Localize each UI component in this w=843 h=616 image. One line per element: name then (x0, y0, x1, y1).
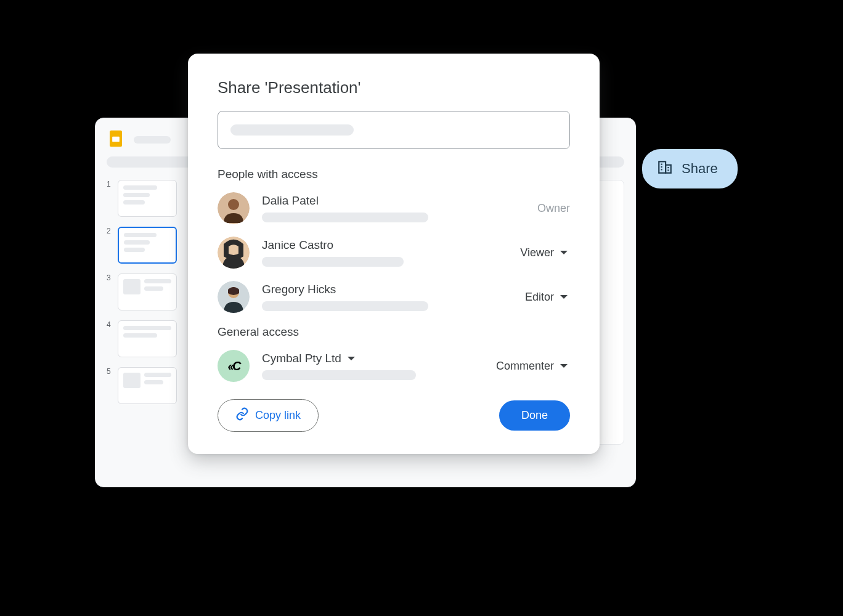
person-email-placeholder (262, 301, 428, 311)
svg-rect-1 (112, 137, 120, 142)
role-dropdown[interactable]: Viewer (518, 243, 570, 263)
org-desc-placeholder (262, 370, 416, 380)
general-access-row: ‹‹C Cymbal Pty Ltd Commenter (218, 350, 570, 382)
svg-point-3 (228, 199, 239, 210)
input-placeholder (230, 124, 354, 136)
chevron-down-icon (560, 295, 568, 299)
share-button-chip[interactable]: Share (642, 149, 738, 188)
person-email-placeholder (262, 213, 428, 222)
dialog-title: Share 'Presentation' (218, 78, 570, 97)
svg-rect-8 (659, 161, 666, 172)
person-name: Janice Castro (262, 238, 505, 252)
slide-thumbnail[interactable]: 3 (107, 274, 177, 310)
avatar (218, 281, 250, 313)
person-row: Dalia Patel Owner (218, 192, 570, 224)
link-icon (235, 407, 249, 424)
chevron-down-icon (348, 357, 355, 360)
building-icon (657, 159, 673, 179)
chevron-down-icon (560, 251, 568, 254)
person-name: Dalia Patel (262, 194, 525, 208)
person-name: Gregory Hicks (262, 283, 510, 296)
slides-logo-icon (107, 129, 125, 150)
slide-thumbnail[interactable]: 4 (107, 320, 177, 357)
slide-thumbnail[interactable]: 2 (107, 227, 177, 264)
copy-link-button[interactable]: Copy link (218, 399, 319, 432)
avatar (218, 192, 250, 224)
share-dialog: Share 'Presentation' People with access … (188, 54, 600, 454)
slide-thumbnails: 1 2 3 4 5 (107, 180, 177, 445)
chevron-down-icon (560, 364, 568, 368)
slide-thumbnail[interactable]: 5 (107, 367, 177, 404)
person-row: Gregory Hicks Editor (218, 281, 570, 313)
svg-rect-9 (666, 165, 671, 173)
add-people-input[interactable] (218, 111, 570, 149)
org-scope-dropdown[interactable]: Cymbal Pty Ltd (262, 352, 481, 365)
general-access-heading: General access (218, 325, 570, 339)
role-dropdown[interactable]: Editor (523, 287, 570, 307)
doc-title-placeholder (134, 136, 171, 144)
org-avatar: ‹‹C (218, 350, 250, 382)
people-with-access-heading: People with access (218, 168, 570, 181)
person-email-placeholder (262, 257, 404, 267)
person-row: Janice Castro Viewer (218, 237, 570, 269)
slide-thumbnail[interactable]: 1 (107, 180, 177, 217)
role-label-owner: Owner (537, 202, 570, 215)
avatar (218, 237, 250, 269)
done-button[interactable]: Done (499, 400, 570, 431)
role-dropdown[interactable]: Commenter (494, 356, 570, 376)
